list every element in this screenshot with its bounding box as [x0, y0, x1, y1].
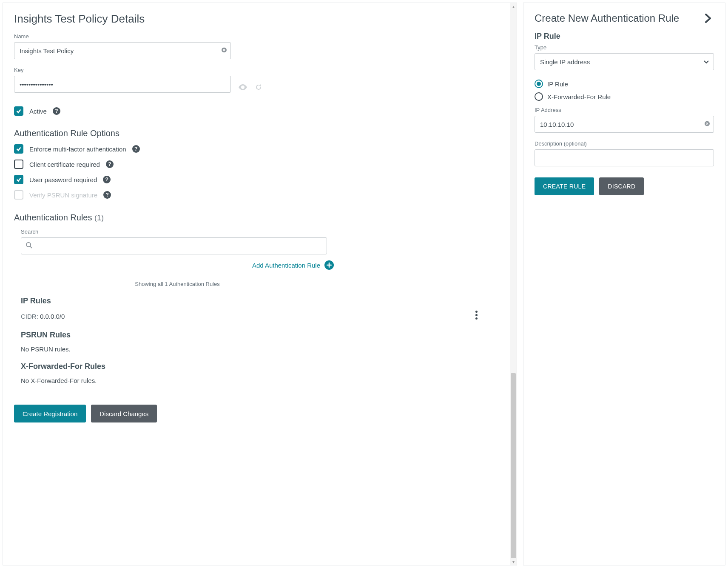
auth-rules-title: Authentication Rules (1) ?	[14, 212, 499, 223]
opt-clientcert-row: Client certificate required ?	[14, 160, 499, 169]
ip-rule-menu-icon[interactable]	[474, 309, 479, 321]
showing-text: Showing all 1 Authentication Rules	[21, 281, 334, 287]
discard-rule-button[interactable]: DISCARD	[599, 177, 644, 195]
ip-rules-title: IP Rules	[21, 297, 492, 305]
radio-xff-rule[interactable]: X-Forwarded-For Rule	[535, 92, 714, 101]
type-label: Type	[535, 44, 714, 51]
clear-name-icon[interactable]	[222, 48, 227, 54]
opt-psrun-help-icon[interactable]: ?	[103, 191, 111, 199]
opt-mfa-label: Enforce multi-factor authentication	[29, 146, 126, 153]
ipaddress-input[interactable]	[535, 116, 714, 133]
scroll-up-icon[interactable]: ▴	[510, 3, 517, 10]
radio-ip-rule-label: IP Rule	[547, 80, 568, 88]
opt-psrun-label: Verify PSRUN signature	[29, 191, 97, 199]
opt-userpw-label: User password required	[29, 176, 97, 183]
active-checkbox[interactable]	[14, 106, 23, 116]
auth-rules-count: (1)	[94, 214, 104, 222]
add-rule-link[interactable]: Add Authentication Rule	[252, 262, 320, 269]
radio-xff-rule-label: X-Forwarded-For Rule	[547, 93, 611, 100]
xff-rules-title: X-Forwarded-For Rules	[21, 362, 492, 371]
opt-userpw-help-icon[interactable]: ?	[103, 176, 111, 183]
psrun-empty-text: No PSRUN rules.	[21, 345, 492, 353]
scroll-down-icon[interactable]: ▾	[510, 558, 517, 565]
type-select[interactable]: Single IP address	[535, 53, 714, 70]
description-label: Description (optional)	[535, 140, 714, 147]
active-checkbox-row: Active ?	[14, 106, 499, 116]
search-icon	[26, 242, 32, 250]
opt-psrun-row: Verify PSRUN signature ?	[14, 190, 499, 200]
opt-mfa-row: Enforce multi-factor authentication ?	[14, 144, 499, 154]
opt-mfa-checkbox[interactable]	[14, 144, 23, 154]
opt-clientcert-checkbox[interactable]	[14, 160, 23, 169]
create-registration-button[interactable]: Create Registration	[14, 405, 86, 422]
cidr-value: 0.0.0.0/0	[40, 313, 65, 320]
auth-options-title: Authentication Rule Options	[14, 128, 499, 138]
type-select-value[interactable]: Single IP address	[535, 53, 714, 70]
key-input[interactable]	[14, 76, 231, 93]
search-input[interactable]	[21, 237, 327, 254]
opt-clientcert-label: Client certificate required	[29, 161, 100, 168]
active-help-icon[interactable]: ?	[53, 107, 60, 115]
policy-details-panel: Insights Test Policy Details Name Key	[3, 3, 517, 565]
side-title: Create New Authentication Rule	[535, 12, 714, 24]
opt-userpw-row: User password required ?	[14, 175, 499, 184]
radio-xff-rule-input[interactable]	[535, 92, 543, 101]
collapse-panel-icon[interactable]	[702, 14, 714, 23]
create-rule-button[interactable]: CREATE RULE	[535, 177, 594, 195]
psrun-rules-title: PSRUN Rules	[21, 331, 492, 340]
radio-ip-rule-input[interactable]	[535, 80, 543, 88]
ipaddress-label: IP Address	[535, 107, 714, 113]
name-label: Name	[14, 33, 499, 40]
active-label: Active	[29, 108, 47, 115]
opt-psrun-checkbox	[14, 190, 23, 200]
clear-ipaddress-icon[interactable]	[705, 121, 710, 128]
opt-mfa-help-icon[interactable]: ?	[132, 145, 140, 153]
key-label: Key	[14, 67, 499, 73]
svg-line-2	[30, 246, 32, 248]
create-rule-panel: Create New Authentication Rule IP Rule T…	[523, 3, 725, 565]
name-input[interactable]	[14, 42, 231, 59]
description-input[interactable]	[535, 149, 714, 166]
add-rule-plus-icon[interactable]	[324, 260, 334, 270]
search-label: Search	[21, 228, 499, 235]
opt-userpw-checkbox[interactable]	[14, 175, 23, 184]
cidr-label: CIDR:	[21, 313, 38, 320]
page-title: Insights Test Policy Details	[14, 12, 499, 26]
ip-rule-row: CIDR: 0.0.0.0/0	[21, 311, 492, 321]
svg-point-1	[26, 243, 31, 247]
chevron-down-icon	[704, 58, 709, 65]
scroll-thumb[interactable]	[511, 373, 516, 560]
scrollbar[interactable]: ▴ ▾	[510, 3, 517, 565]
xff-empty-text: No X-Forwarded-For rules.	[21, 377, 492, 384]
side-subtitle: IP Rule	[535, 32, 714, 41]
discard-changes-button[interactable]: Discard Changes	[91, 405, 157, 422]
opt-clientcert-help-icon[interactable]: ?	[106, 160, 114, 168]
regenerate-key-icon[interactable]	[255, 83, 262, 93]
reveal-key-icon[interactable]	[239, 84, 247, 92]
radio-ip-rule[interactable]: IP Rule	[535, 80, 714, 88]
